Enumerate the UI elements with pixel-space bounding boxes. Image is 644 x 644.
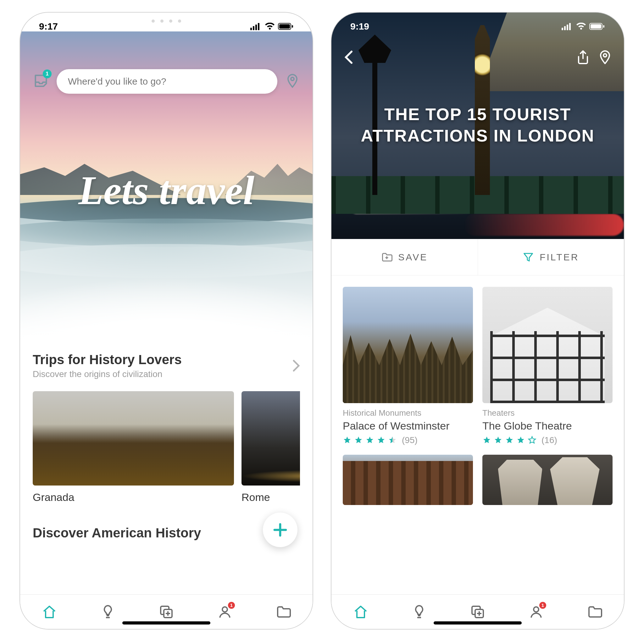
- home-icon: [42, 604, 57, 619]
- add-fab[interactable]: [263, 513, 297, 547]
- status-time: 9:17: [39, 21, 58, 32]
- trip-cards-row[interactable]: Granada Rome: [33, 391, 300, 503]
- chevron-right-icon: [292, 359, 300, 372]
- inbox-button[interactable]: 1: [33, 73, 49, 90]
- tab-ideas[interactable]: [410, 603, 428, 621]
- search-input[interactable]: [57, 69, 277, 94]
- star-icon: [482, 436, 491, 445]
- profile-badge: 1: [539, 602, 546, 609]
- save-button[interactable]: SAVE: [331, 239, 478, 275]
- copy-plus-icon: [470, 604, 485, 619]
- rating-count: (95): [402, 435, 418, 445]
- lightbulb-icon: [412, 604, 427, 619]
- filter-label: FILTER: [540, 252, 579, 263]
- poi-card-westminster[interactable]: Historical Monuments Palace of Westminst…: [343, 287, 473, 445]
- star-empty-icon: [528, 436, 536, 445]
- section-history: Trips for History Lovers Discover the or…: [20, 352, 313, 541]
- poi-image: [482, 287, 613, 403]
- poi-card-globe[interactable]: Theaters The Globe Theatre (16): [482, 287, 613, 445]
- poi-card-partial-2[interactable]: [482, 455, 613, 505]
- phone-home-screen: 9:17 Lets travel 1: [20, 13, 313, 629]
- next-section-title: Discover American History: [33, 525, 300, 541]
- phone-london-screen: 9:19 THE: [331, 13, 624, 629]
- filter-icon: [523, 252, 534, 263]
- poi-rating: (16): [482, 435, 613, 445]
- hero-title: THE TOP 15 TOURIST ATTRACTIONS IN LONDON: [331, 104, 624, 146]
- tab-home[interactable]: [352, 603, 369, 621]
- top-controls: [344, 50, 611, 65]
- star-icon: [505, 436, 514, 445]
- poi-image: [343, 287, 473, 403]
- cellular-icon: [562, 23, 573, 30]
- trip-card-rome[interactable]: Rome: [241, 391, 300, 503]
- tab-folder[interactable]: [586, 603, 603, 621]
- poi-rating: (95): [343, 435, 473, 445]
- map-pin-button[interactable]: [599, 50, 611, 65]
- svg-rect-16: [591, 24, 601, 29]
- profile-badge: 1: [228, 602, 235, 609]
- search-field[interactable]: [67, 76, 267, 87]
- home-content: Lets travel 1 Trips for History Lovers D…: [20, 31, 313, 594]
- plus-icon: [272, 521, 289, 538]
- share-button[interactable]: [577, 50, 589, 65]
- svg-rect-17: [603, 25, 604, 28]
- star-icon: [365, 436, 374, 445]
- svg-rect-11: [562, 28, 563, 30]
- poi-grid[interactable]: Historical Monuments Palace of Westminst…: [331, 275, 624, 594]
- copy-plus-icon: [159, 604, 174, 619]
- star-icon: [343, 436, 352, 445]
- home-icon: [353, 604, 368, 619]
- tab-folder[interactable]: [275, 603, 292, 621]
- london-content: THE TOP 15 TOURIST ATTRACTIONS IN LONDON…: [331, 13, 624, 594]
- section-title: Trips for History Lovers: [33, 352, 182, 367]
- section-header[interactable]: Trips for History Lovers Discover the or…: [33, 352, 300, 379]
- poi-name: The Globe Theatre: [482, 420, 613, 432]
- poi-card-partial-1[interactable]: [343, 455, 473, 505]
- status-icons: [562, 23, 605, 30]
- poi-name: Palace of Westminster: [343, 420, 473, 432]
- svg-rect-3: [258, 23, 259, 30]
- tab-plan[interactable]: [469, 603, 486, 621]
- home-indicator[interactable]: [122, 621, 210, 625]
- battery-icon: [278, 23, 294, 30]
- lightbulb-icon: [100, 604, 115, 619]
- star-half-icon: [388, 436, 397, 445]
- location-pin-button[interactable]: [285, 73, 300, 90]
- star-icon: [494, 436, 502, 445]
- svg-rect-0: [250, 28, 252, 30]
- status-icons: [250, 23, 294, 30]
- svg-rect-5: [279, 24, 290, 29]
- rating-count: (16): [541, 435, 557, 445]
- pin-icon: [285, 73, 300, 88]
- trip-image: [241, 391, 300, 486]
- tab-home[interactable]: [41, 603, 58, 621]
- status-time: 9:19: [350, 21, 369, 32]
- filter-button[interactable]: FILTER: [478, 239, 624, 275]
- tab-ideas[interactable]: [99, 603, 117, 621]
- star-icon: [377, 436, 386, 445]
- status-bar: 9:17: [20, 13, 313, 31]
- back-button[interactable]: [344, 50, 353, 65]
- title-line1: THE TOP 15 TOURIST: [384, 105, 571, 124]
- title-line2: ATTRACTIONS IN LONDON: [361, 126, 595, 145]
- svg-rect-14: [569, 23, 571, 30]
- poi-image: [343, 455, 473, 505]
- cellular-icon: [250, 23, 262, 30]
- svg-point-10: [222, 607, 227, 612]
- star-icon: [516, 436, 525, 445]
- svg-rect-6: [292, 25, 293, 28]
- wifi-icon: [576, 23, 586, 30]
- trip-name: Granada: [33, 491, 234, 503]
- tab-profile[interactable]: 1: [527, 603, 545, 621]
- status-bar: 9:19: [331, 13, 624, 31]
- tab-profile[interactable]: 1: [216, 603, 234, 621]
- action-bar: SAVE FILTER: [331, 239, 624, 275]
- save-label: SAVE: [398, 252, 428, 263]
- tab-plan[interactable]: [158, 603, 175, 621]
- trip-card-granada[interactable]: Granada: [33, 391, 234, 503]
- trip-image: [33, 391, 234, 486]
- section-subtitle: Discover the origins of civilization: [33, 369, 182, 379]
- poi-category: Theaters: [482, 408, 613, 418]
- battery-icon: [589, 23, 605, 30]
- home-indicator[interactable]: [434, 621, 522, 625]
